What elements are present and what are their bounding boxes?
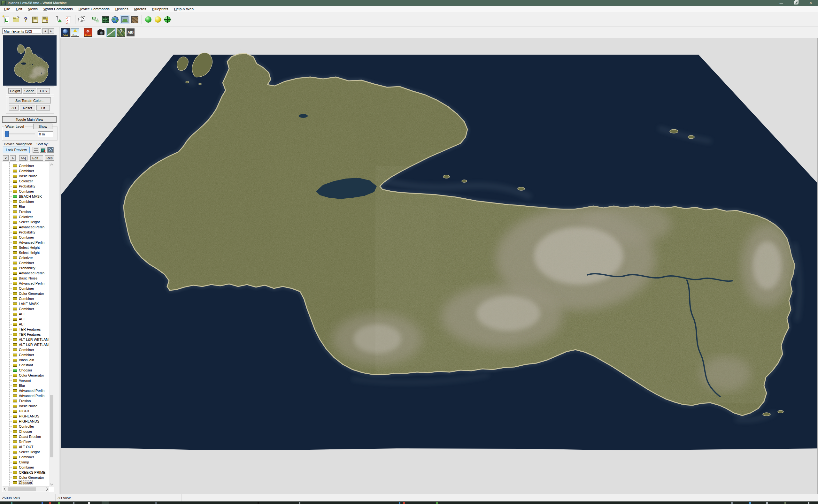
3d-button[interactable]: 3D	[9, 105, 19, 111]
camera-snapshot-icon[interactable]	[97, 28, 105, 37]
menu-item[interactable]: World Commands	[41, 6, 76, 11]
device-list-item[interactable]: Combiner	[2, 286, 49, 291]
device-list-item[interactable]: Color Generator	[2, 291, 49, 296]
device-list-item[interactable]: Erosion	[2, 398, 49, 403]
device-list-item[interactable]: Coast Erosion	[2, 434, 49, 439]
device-list-item[interactable]: HIGHLANDS	[2, 419, 49, 424]
new-world-icon[interactable]: ✶	[2, 15, 11, 24]
nav-last-button[interactable]: >>|	[19, 155, 27, 161]
device-list-item[interactable]: TER Features	[2, 327, 49, 332]
device-list-item[interactable]: Colorizer	[2, 214, 49, 219]
device-list-item[interactable]: ALT L&R WETLAND	[2, 342, 49, 347]
device-list[interactable]: Combiner Combiner Basic Noise	[2, 162, 54, 492]
device-list-item[interactable]: LAKE MASK	[2, 301, 49, 306]
device-list-item[interactable]: Combiner	[2, 235, 49, 240]
sort-device-icon[interactable]	[40, 147, 46, 153]
ab-compare-icon[interactable]: A|B	[126, 28, 135, 37]
sort-list-icon[interactable]	[33, 147, 39, 153]
device-list-item[interactable]: ALT OUT	[2, 444, 49, 449]
device-list-item[interactable]: ALT	[2, 311, 49, 317]
device-list-item[interactable]: Blur	[2, 204, 49, 209]
device-workview-icon[interactable]	[91, 15, 100, 24]
menu-item[interactable]: File	[1, 6, 13, 11]
device-list-item[interactable]: Select Height	[2, 449, 49, 454]
help-icon[interactable]: ?	[21, 15, 30, 24]
device-list-item[interactable]: Combiner	[2, 352, 49, 357]
device-list-item[interactable]: Controller	[2, 424, 49, 429]
water-level-slider-thumb[interactable]	[5, 131, 9, 137]
device-list-item[interactable]: HIGH1	[2, 409, 49, 414]
device-list-vscrollbar[interactable]	[49, 162, 54, 487]
device-list-item[interactable]: Basic Noise	[2, 173, 49, 179]
water-level-value-field[interactable]	[38, 131, 53, 137]
device-list-item[interactable]: Advanced Perlin	[2, 271, 49, 276]
device-list-item[interactable]: CREEKS PRIME	[2, 470, 49, 475]
minimize-button[interactable]: —	[774, 0, 789, 6]
scroll-down-icon[interactable]	[49, 482, 54, 487]
nav-prev-button[interactable]: <	[3, 155, 9, 161]
device-list-item[interactable]: ALT	[2, 317, 49, 322]
device-list-item[interactable]: Advanced Perlin	[2, 240, 49, 245]
extents-next-button[interactable]: ►	[48, 28, 54, 34]
reset-button[interactable]: Reset	[20, 105, 35, 111]
device-list-item[interactable]: Select Height	[2, 250, 49, 255]
device-list-item[interactable]: Probability	[2, 184, 49, 189]
taskbar-active-app[interactable]	[102, 501, 109, 504]
device-list-item[interactable]: Basic Noise	[2, 276, 49, 281]
open-icon[interactable]: ↷	[11, 15, 20, 24]
device-list-item[interactable]: ALT L&R WETLAND	[2, 337, 49, 342]
device-list-item[interactable]: Basic Noise	[2, 403, 49, 409]
device-list-item[interactable]: Select Height	[2, 245, 49, 250]
device-list-item[interactable]: Bias/Gain	[2, 357, 49, 363]
menu-item[interactable]: Views	[25, 6, 40, 11]
device-list-item[interactable]: Select Height	[2, 219, 49, 225]
device-list-item[interactable]: Constant	[2, 363, 49, 368]
device-list-item[interactable]: Chooser	[2, 368, 49, 373]
device-list-item[interactable]: Advanced Perlin	[2, 388, 49, 393]
device-list-item[interactable]: Blur	[2, 383, 49, 388]
device-list-item[interactable]: Combiner	[2, 296, 49, 301]
device-list-item[interactable]: HIGHLANDS	[2, 414, 49, 419]
project-checklist-icon[interactable]: ✓✓✓	[64, 15, 73, 24]
build-yellow-ball-icon[interactable]	[153, 15, 162, 24]
device-list-item[interactable]: Advanced Perlin	[2, 225, 49, 230]
menu-item[interactable]: Devices	[112, 6, 131, 11]
device-list-item[interactable]: Combiner	[2, 163, 49, 168]
device-list-item[interactable]: Advanced Perlin	[2, 393, 49, 398]
device-list-item[interactable]: Probability	[2, 265, 49, 271]
scroll-right-icon[interactable]	[45, 487, 49, 492]
scroll-up-icon[interactable]	[49, 162, 54, 167]
extents-prev-button[interactable]: ◄	[42, 28, 48, 34]
texture-view-icon[interactable]	[130, 15, 139, 24]
world-build-ball-icon[interactable]	[163, 15, 172, 24]
save-icon[interactable]	[31, 15, 40, 24]
device-list-item[interactable]: ALT	[2, 322, 49, 327]
menu-item[interactable]: Help & Web	[171, 6, 196, 11]
close-button[interactable]: ✕	[803, 0, 818, 6]
device-list-item[interactable]: TER Features	[2, 332, 49, 337]
device-list-item[interactable]: Combiner	[2, 465, 49, 470]
fit-button[interactable]: Fit	[36, 105, 50, 111]
device-list-item[interactable]: Combiner	[2, 454, 49, 460]
device-list-item[interactable]: BEACH MASK	[2, 194, 49, 199]
device-list-item[interactable]: Probability	[2, 230, 49, 235]
water-show-button[interactable]: Show	[33, 124, 52, 129]
3d-view-icon[interactable]	[120, 15, 129, 24]
device-list-item[interactable]: Chooser	[2, 429, 49, 434]
sort-network-icon[interactable]	[47, 147, 54, 153]
measure-line-icon[interactable]	[106, 28, 116, 37]
device-list-item[interactable]: Combiner	[2, 189, 49, 194]
free-cam-icon[interactable]: Free	[71, 28, 79, 37]
hscroll-thumb[interactable]	[8, 487, 36, 491]
help-terrain-icon[interactable]: ?	[117, 28, 125, 37]
device-list-item[interactable]: Advanced Perlin	[2, 281, 49, 286]
vscroll-thumb[interactable]	[50, 395, 53, 457]
export-icon[interactable]: ➧	[40, 15, 49, 24]
extents-selector[interactable]: Main Extents [1/2]	[2, 28, 41, 34]
device-list-item[interactable]: Combiner	[2, 199, 49, 204]
world-explorer-icon[interactable]	[110, 15, 119, 24]
layout-grid-icon[interactable]	[101, 15, 110, 24]
lock-preview-toggle[interactable]: Lock Preview	[3, 147, 30, 153]
windows-taskbar-edge[interactable]	[0, 501, 818, 504]
3d-viewport[interactable]	[60, 38, 818, 494]
